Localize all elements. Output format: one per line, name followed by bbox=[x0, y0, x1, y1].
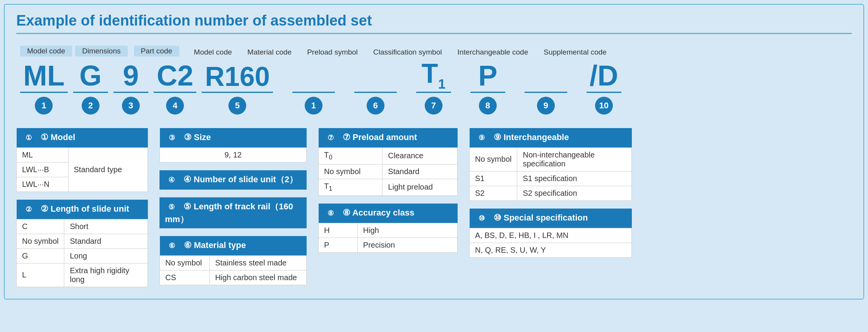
circle-7: 7 bbox=[425, 97, 443, 115]
r160-val-unit: R160 5 bbox=[202, 62, 273, 115]
interchangeable-code-label: Interchangeable code bbox=[457, 48, 528, 56]
circle-6: 6 bbox=[367, 97, 384, 115]
col-1: ① ① Model ML Standard type LWL···B LWL··… bbox=[16, 128, 148, 287]
t1-unit: Preload symbol bbox=[307, 48, 358, 58]
length-slide-header: ② ② Length of slide unit bbox=[17, 200, 148, 219]
preload-table: ⑦ ⑦ Preload amount T0 Clearance No symbo… bbox=[318, 128, 458, 196]
material-table: ⑥ ⑥ Material type No symbol Stainless st… bbox=[160, 236, 307, 285]
circle-length-track: ⑤ bbox=[165, 200, 178, 214]
g-unit: Dimensions bbox=[75, 46, 127, 58]
circle-5: 5 bbox=[228, 97, 246, 115]
d-unit: Supplemental code bbox=[544, 48, 607, 58]
model-table: ① ① Model ML Standard type LWL···B LWL··… bbox=[16, 128, 148, 192]
num-slide-table: ④ ④ Number of slide unit（2） bbox=[160, 170, 307, 190]
circle-preload: ⑦ bbox=[324, 131, 337, 144]
size-row: 9, 12 bbox=[160, 147, 307, 162]
g-value: G bbox=[73, 60, 108, 92]
model-code-label-2: Model code bbox=[194, 48, 232, 56]
circle-1: 1 bbox=[35, 97, 53, 115]
classification-symbol-label: Classification symbol bbox=[373, 48, 442, 56]
material-row-nosymbol: No symbol Stainless steel made bbox=[160, 255, 307, 270]
col-4: ⑨ ⑨ Interchangeable No symbol Non-interc… bbox=[469, 128, 632, 258]
accuracy-header: ⑧ ⑧ Accuracy class bbox=[319, 204, 458, 223]
r160-value: R160 bbox=[202, 62, 273, 93]
c2-unit: Part code bbox=[134, 46, 179, 58]
c2-val-unit: C2 4 bbox=[154, 60, 197, 114]
special-row-1: A, BS, D, E, HB, I , LR, MN bbox=[470, 228, 632, 243]
circle-interchangeable: ⑨ bbox=[475, 131, 488, 144]
preload-symbol-label: Preload symbol bbox=[307, 48, 358, 56]
tables-section: ① ① Model ML Standard type LWL···B LWL··… bbox=[16, 128, 852, 287]
preload-row-t1: T1 Light preload bbox=[319, 179, 458, 195]
interchangeable-table: ⑨ ⑨ Interchangeable No symbol Non-interc… bbox=[469, 128, 632, 201]
circle-num-slide: ④ bbox=[165, 173, 178, 187]
blank1-val-unit: — 1 bbox=[292, 60, 335, 114]
code-display-area: Model code Dimensions Part code Model co… bbox=[16, 46, 852, 115]
ml-unit: Model code bbox=[20, 46, 72, 58]
circle-2: 2 bbox=[82, 97, 99, 115]
col-3: ⑦ ⑦ Preload amount T0 Clearance No symbo… bbox=[318, 128, 458, 253]
t1-val-unit: T1 7 bbox=[416, 59, 451, 115]
model-code-label-1: Model code bbox=[20, 46, 72, 56]
circle-size: ③ bbox=[165, 131, 178, 144]
circle-accuracy: ⑧ bbox=[324, 207, 337, 220]
p-val-unit: P 8 bbox=[470, 60, 505, 114]
blank1-value: — bbox=[292, 60, 335, 92]
supplemental-code-label: Supplemental code bbox=[544, 48, 607, 56]
part-code-label: Part code bbox=[134, 46, 179, 56]
blank1-unit: Model code bbox=[194, 48, 232, 58]
circle-length-slide: ② bbox=[22, 203, 35, 216]
p-unit: Classification symbol bbox=[373, 48, 442, 58]
circle-4: 4 bbox=[166, 97, 184, 115]
special-value-1: A, BS, D, E, HB, I , LR, MN bbox=[470, 228, 632, 243]
length-track-header: ⑤ ⑤ Length of track rail（160 mm） bbox=[160, 197, 307, 228]
circle-10: 10 bbox=[595, 97, 613, 115]
length-slide-row-l: L Extra high rigidity long bbox=[17, 263, 148, 287]
circle-3: 3 bbox=[122, 97, 140, 115]
c2-value: C2 bbox=[154, 60, 197, 92]
size-header: ③ ③ Size bbox=[160, 128, 307, 148]
main-container: Example of identification number of asse… bbox=[4, 4, 864, 299]
blank-material-value: — bbox=[354, 60, 397, 92]
accuracy-table: ⑧ ⑧ Accuracy class H High P Precision bbox=[318, 204, 458, 253]
preload-header: ⑦ ⑦ Preload amount bbox=[319, 128, 458, 148]
special-row-2: N, Q, RE, S, U, W, Y bbox=[470, 243, 632, 257]
num-slide-header: ④ ④ Number of slide unit（2） bbox=[160, 170, 307, 190]
d-val-unit: /D 10 bbox=[587, 60, 621, 114]
circle-model: ① bbox=[22, 131, 35, 144]
length-slide-row-no: No symbol Standard bbox=[17, 234, 148, 248]
circle-1b: 1 bbox=[305, 97, 322, 115]
model-row-ml: ML Standard type bbox=[17, 147, 148, 162]
t0-val-unit: — 6 bbox=[354, 60, 397, 114]
accuracy-row-p: P Precision bbox=[319, 238, 458, 252]
interchangeable-row-s2: S2 S2 specification bbox=[470, 186, 632, 200]
ml-val-unit: ML 1 bbox=[20, 60, 68, 114]
special-value-2: N, Q, RE, S, U, W, Y bbox=[470, 243, 632, 257]
material-row-cs: CS High carbon steel made bbox=[160, 270, 307, 285]
preload-row-t0: T0 Clearance bbox=[319, 147, 458, 164]
dimensions-label: Dimensions bbox=[75, 46, 127, 56]
circle-9: 9 bbox=[537, 97, 555, 115]
special-header: ⑩ ⑩ Special specification bbox=[470, 209, 632, 228]
special-table: ⑩ ⑩ Special specification A, BS, D, E, H… bbox=[469, 209, 632, 258]
blank9-unit: Interchangeable code bbox=[457, 48, 528, 58]
size-table: ③ ③ Size 9, 12 bbox=[160, 128, 307, 163]
interchangeable-row-no: No symbol Non-interchangeable specificat… bbox=[470, 147, 632, 171]
ml-value: ML bbox=[20, 60, 68, 92]
circle-8: 8 bbox=[479, 97, 497, 115]
circle-special: ⑩ bbox=[475, 212, 488, 225]
material-code-label: Material code bbox=[247, 48, 292, 56]
length-slide-row-g: G Long bbox=[17, 248, 148, 263]
circle-material: ⑥ bbox=[165, 239, 178, 252]
interchangeable-row-s1: S1 S1 specification bbox=[470, 171, 632, 186]
material-unit: Material code bbox=[247, 48, 292, 58]
preload-row-no: No symbol Standard bbox=[319, 164, 458, 179]
g-val-unit: G 2 bbox=[73, 60, 108, 114]
model-header: ① ① Model bbox=[17, 128, 148, 148]
p-value: P bbox=[470, 60, 505, 92]
blank9-val-unit: — 9 bbox=[525, 60, 567, 114]
interchangeable-header: ⑨ ⑨ Interchangeable bbox=[470, 128, 632, 148]
material-header: ⑥ ⑥ Material type bbox=[160, 236, 307, 256]
d-value: /D bbox=[587, 60, 621, 92]
nine-val-unit: 9 3 bbox=[113, 60, 148, 114]
